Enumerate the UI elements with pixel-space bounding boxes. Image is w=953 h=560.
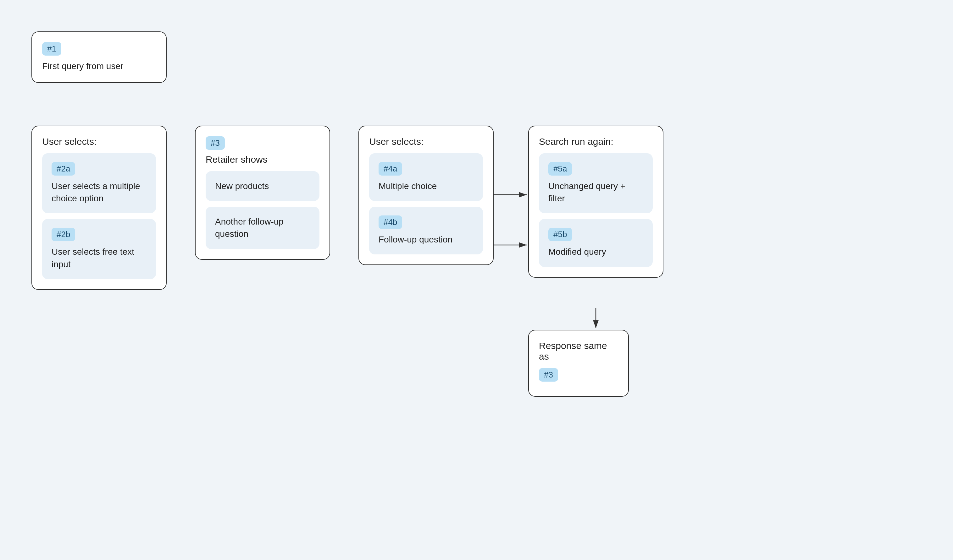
badge-3: #3 [206, 136, 225, 150]
badge-4b: #4b [379, 215, 402, 229]
card-3-item-a: New products [206, 171, 320, 201]
card-4-item-b: #4b Follow-up question [369, 207, 483, 254]
card-2-title: User selects: [42, 136, 156, 147]
card-1-text: First query from user [42, 60, 156, 72]
card-2-text-b: User selects free text input [51, 246, 146, 270]
card-3-text-a: New products [215, 180, 310, 192]
card-4-title: User selects: [369, 136, 483, 147]
card-2-item-b: #2b User selects free text input [42, 219, 156, 279]
card-4-text-b: Follow-up question [379, 234, 473, 246]
badge-4a: #4a [379, 162, 402, 176]
card-5: Search run again: #5a Unchanged query + … [528, 125, 663, 278]
card-5-text-a: Unchanged query + filter [548, 180, 643, 204]
badge-1: #1 [42, 42, 61, 56]
card-4: User selects: #4a Multiple choice #4b Fo… [359, 125, 494, 265]
badge-5a: #5a [548, 162, 572, 176]
card-2-text-a: User selects a multiple choice option [51, 180, 146, 204]
card-3: #3 Retailer shows New products Another f… [195, 125, 330, 260]
badge-5b: #5b [548, 228, 572, 241]
badge-2a: #2a [51, 162, 75, 176]
card-4-item-a: #4a Multiple choice [369, 153, 483, 201]
diagram-container: #1 First query from user User selects: #… [0, 0, 953, 560]
card-5-text-b: Modified query [548, 246, 643, 258]
card-5-item-b: #5b Modified query [539, 219, 653, 267]
card-3-text-b: Another follow-up question [215, 215, 310, 240]
card-4-text-a: Multiple choice [379, 180, 473, 192]
card-3-item-b: Another follow-up question [206, 207, 320, 249]
badge-2b: #2b [51, 228, 75, 241]
card-1: #1 First query from user [31, 31, 167, 83]
card-2-item-a: #2a User selects a multiple choice optio… [42, 153, 156, 213]
card-2: User selects: #2a User selects a multipl… [31, 125, 167, 290]
card-3-title: Retailer shows [206, 154, 320, 165]
badge-6: #3 [539, 368, 558, 382]
card-5-item-a: #5a Unchanged query + filter [539, 153, 653, 213]
card-6: Response same as #3 [528, 330, 629, 397]
card-5-title: Search run again: [539, 136, 653, 147]
card-6-title: Response same as [539, 340, 618, 362]
